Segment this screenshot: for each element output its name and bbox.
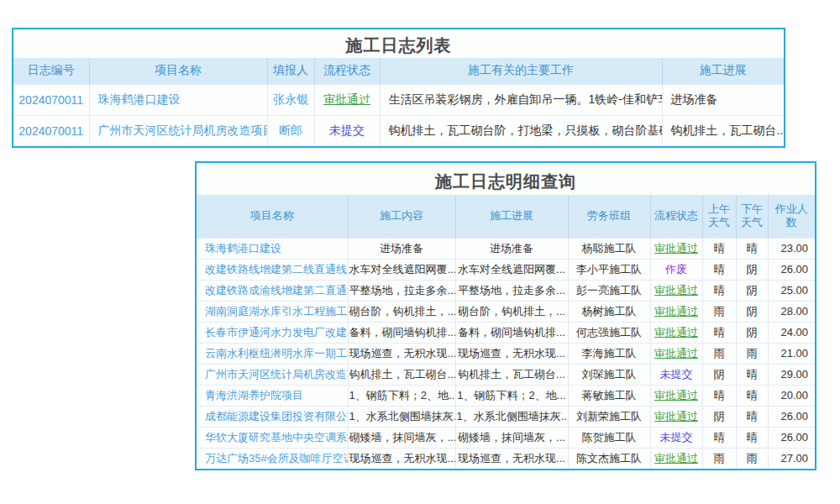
- project-link[interactable]: 湖南洞庭湖水库引水工程施工I标: [197, 301, 348, 322]
- project-link[interactable]: 青海洪湖养护院项目: [197, 385, 348, 406]
- status-badge[interactable]: 作废: [650, 259, 702, 280]
- content-cell: 砌矮墙，抹间墙灰，...: [348, 427, 455, 448]
- weather-pm-cell: 晴: [736, 364, 768, 385]
- table-row: 2024070011 珠海鹤港口建设 张永银 审批通过 生活区吊装彩钢房，外雇自…: [13, 84, 784, 115]
- weather-am-cell: 雨: [702, 448, 736, 469]
- team-cell: 刘琛施工队: [568, 364, 650, 385]
- progress-cell: 进场准备: [662, 84, 784, 115]
- progress-cell: 备料，砌间墙钩机排...: [455, 322, 568, 343]
- status-badge[interactable]: 审批通过: [650, 238, 702, 259]
- table-row: 珠海鹤港口建设进场准备进场准备杨聪施工队审批通过晴晴23.00: [197, 238, 815, 259]
- team-cell: 何志强施工队: [568, 322, 650, 343]
- content-cell: 1、水系北侧围墙抹灰...: [348, 406, 455, 427]
- col-header-pm-weather: 下午天气: [736, 195, 768, 238]
- status-badge[interactable]: 审批通过: [650, 385, 702, 406]
- reporter-cell: 张永银: [267, 84, 314, 115]
- progress-cell: 砌台阶，钩机排土，...: [455, 301, 568, 322]
- workers-cell: 27.00: [768, 448, 815, 469]
- project-link[interactable]: 珠海鹤港口建设: [89, 84, 267, 115]
- progress-cell: 1、水系北侧围墙抹灰...: [455, 406, 568, 427]
- table-row: 青海洪湖养护院项目1、钢筋下料；2、地...1、钢筋下料；2、地...蒋敏施工队…: [197, 385, 815, 406]
- col-header-status: 流程状态: [314, 58, 380, 84]
- team-cell: 彭一亮施工队: [568, 280, 650, 301]
- log-detail-table: 项目名称 施工内容 施工进展 劳务班组 流程状态 上午天气 下午天气 作业人数 …: [197, 195, 815, 469]
- log-list-panel: 施工日志列表 日志编号 项目名称 填报人 流程状态 施工有关的主要工作 施工进展…: [12, 28, 785, 148]
- weather-pm-cell: 晴: [736, 427, 768, 448]
- progress-cell: 水车对全线遮阳网覆...: [455, 259, 568, 280]
- col-header-progress: 施工进展: [455, 195, 568, 238]
- table-row: 万达广场35#会所及咖啡厅空调安装工程现场巡查，无积水现...现场巡查，无积水现…: [197, 448, 815, 469]
- content-cell: 进场准备: [348, 238, 455, 259]
- col-header-status: 流程状态: [650, 195, 702, 238]
- project-link[interactable]: 长春市伊通河水力发电厂改建工程: [197, 322, 348, 343]
- status-badge[interactable]: 审批通过: [650, 280, 702, 301]
- team-cell: 刘新荣施工队: [568, 406, 650, 427]
- col-header-workers: 作业人数: [768, 195, 815, 238]
- project-link[interactable]: 广州市天河区统计局机房改造项目: [89, 115, 267, 146]
- workers-cell: 26.00: [768, 259, 815, 280]
- table-row: 广州市天河区统计局机房改造项目钩机排土，瓦工砌台...钩机排土，瓦工砌台...刘…: [197, 364, 815, 385]
- col-header-content: 施工内容: [348, 195, 455, 238]
- project-link[interactable]: 改建铁路成渝线增建第二直通线（成渝: [197, 280, 348, 301]
- log-list-header-row: 日志编号 项目名称 填报人 流程状态 施工有关的主要工作 施工进展: [13, 58, 784, 84]
- status-badge[interactable]: 审批通过: [650, 301, 702, 322]
- col-header-project: 项目名称: [89, 58, 267, 84]
- col-header-project: 项目名称: [197, 195, 348, 238]
- workers-cell: 28.00: [768, 301, 815, 322]
- status-badge[interactable]: 审批通过: [650, 406, 702, 427]
- project-link[interactable]: 华软大厦研究基地中央空调系统工程: [197, 427, 348, 448]
- content-cell: 备料，砌间墙钩机排...: [348, 322, 455, 343]
- progress-cell: 进场准备: [455, 238, 568, 259]
- weather-am-cell: 阴: [702, 406, 736, 427]
- log-detail-panel: 施工日志明细查询 项目名称 施工内容 施工进展 劳务班组 流程状态 上午天气 下…: [195, 161, 816, 470]
- project-link[interactable]: 成都能源建设集团投资有限公司临时办: [197, 406, 348, 427]
- reporter-cell: 断郎: [267, 115, 314, 146]
- progress-cell: 现场巡查，无积水现...: [455, 448, 568, 469]
- status-badge[interactable]: 审批通过: [650, 343, 702, 364]
- project-link[interactable]: 改建铁路线增建第二线直通线（成都-: [197, 259, 348, 280]
- main-work-cell: 生活区吊装彩钢房，外雇自卸吊一辆。1铁岭-佳和铲车一台: [380, 84, 662, 115]
- table-row: 湖南洞庭湖水库引水工程施工I标砌台阶，钩机排土，...砌台阶，钩机排土，...杨…: [197, 301, 815, 322]
- team-cell: 杨树施工队: [568, 301, 650, 322]
- table-row: 云南水利枢纽潜明水库一期工程施工I标现场巡查，无积水现...现场巡查，无积水现.…: [197, 343, 815, 364]
- log-list-table: 日志编号 项目名称 填报人 流程状态 施工有关的主要工作 施工进展 202407…: [13, 58, 784, 146]
- table-row: 改建铁路成渝线增建第二直通线（成渝平整场地，拉走多余...平整场地，拉走多余..…: [197, 280, 815, 301]
- weather-am-cell: 晴: [702, 238, 736, 259]
- project-link[interactable]: 万达广场35#会所及咖啡厅空调安装工程: [197, 448, 348, 469]
- weather-am-cell: 晴: [702, 322, 736, 343]
- col-header-progress: 施工进展: [662, 58, 784, 84]
- weather-am-cell: 雨: [702, 301, 736, 322]
- col-header-log-no: 日志编号: [13, 58, 89, 84]
- log-no-link[interactable]: 2024070011: [13, 115, 89, 146]
- col-header-team: 劳务班组: [568, 195, 650, 238]
- weather-pm-cell: 阴: [736, 259, 768, 280]
- status-badge[interactable]: 未提交: [650, 364, 702, 385]
- log-no-link[interactable]: 2024070011: [13, 84, 89, 115]
- progress-cell: 砌矮墙，抹间墙灰，...: [455, 427, 568, 448]
- content-cell: 现场巡查，无积水现...: [348, 343, 455, 364]
- log-detail-title: 施工日志明细查询: [197, 163, 815, 195]
- status-badge[interactable]: 审批通过: [650, 448, 702, 469]
- main-work-cell: 钩机排土，瓦工砌台阶，打地梁，只摸板，砌台阶基础: [380, 115, 662, 146]
- weather-pm-cell: 阴: [736, 322, 768, 343]
- workers-cell: 26.00: [768, 406, 815, 427]
- status-badge[interactable]: 未提交: [314, 115, 380, 146]
- project-link[interactable]: 珠海鹤港口建设: [197, 238, 348, 259]
- content-cell: 砌台阶，钩机排土，...: [348, 301, 455, 322]
- col-header-reporter: 填报人: [267, 58, 314, 84]
- weather-pm-cell: 雨: [736, 448, 768, 469]
- progress-cell: 钩机排土，瓦工砌台...: [455, 364, 568, 385]
- team-cell: 李小平施工队: [568, 259, 650, 280]
- project-link[interactable]: 广州市天河区统计局机房改造项目: [197, 364, 348, 385]
- weather-am-cell: 晴: [702, 280, 736, 301]
- status-badge[interactable]: 审批通过: [650, 322, 702, 343]
- status-badge[interactable]: 未提交: [650, 427, 702, 448]
- progress-cell: 钩机排土，瓦工砌台...: [662, 115, 784, 146]
- content-cell: 平整场地，拉走多余...: [348, 280, 455, 301]
- status-badge[interactable]: 审批通过: [314, 84, 380, 115]
- workers-cell: 23.00: [768, 238, 815, 259]
- col-header-am-weather: 上午天气: [702, 195, 736, 238]
- project-link[interactable]: 云南水利枢纽潜明水库一期工程施工I标: [197, 343, 348, 364]
- workers-cell: 25.00: [768, 280, 815, 301]
- content-cell: 1、钢筋下料；2、地...: [348, 385, 455, 406]
